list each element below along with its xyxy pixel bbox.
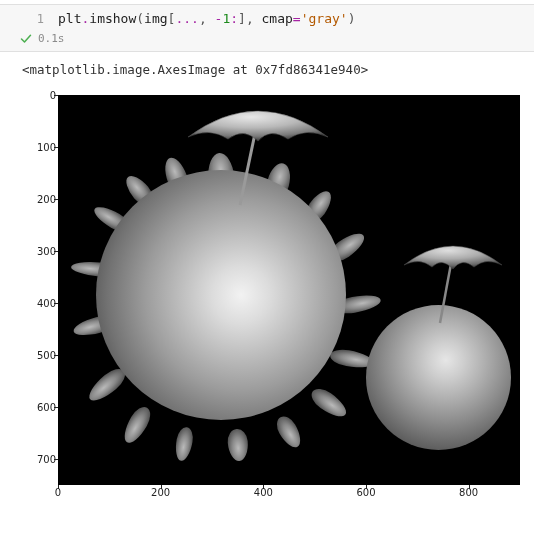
spike xyxy=(227,428,250,462)
x-tick-mark xyxy=(366,485,367,489)
small-sphere xyxy=(366,305,511,450)
umbrella-canopy xyxy=(404,246,502,269)
check-icon xyxy=(20,33,32,45)
status-time: 0.1s xyxy=(38,32,65,45)
line-number: 1 xyxy=(20,12,44,26)
token-colon: : xyxy=(230,11,238,26)
token-close-paren: ) xyxy=(348,11,356,26)
y-tick-mark xyxy=(54,355,58,356)
token-space1 xyxy=(207,11,215,26)
output-repr: <matplotlib.image.AxesImage at 0x7fd8634… xyxy=(0,56,534,79)
token-comma2: , xyxy=(246,11,254,26)
token-cmap: cmap xyxy=(254,11,293,26)
code-row: 1 plt.imshow(img[..., -1:], cmap='gray') xyxy=(0,9,534,32)
x-tick-mark xyxy=(161,485,162,489)
plot-area xyxy=(58,95,520,485)
y-tick-mark xyxy=(54,303,58,304)
figure: 01002003004005006007000200400600800 xyxy=(14,87,519,517)
spike xyxy=(307,384,350,422)
y-tick-mark xyxy=(54,147,58,148)
status-row: 0.1s xyxy=(0,32,534,49)
spike xyxy=(173,426,195,462)
token-ellipsis: ... xyxy=(175,11,198,26)
y-tick-mark xyxy=(54,459,58,460)
y-tick-mark xyxy=(54,251,58,252)
small-umbrella xyxy=(398,235,508,325)
token-equals: = xyxy=(293,11,301,26)
big-sphere xyxy=(96,170,346,420)
big-umbrella xyxy=(178,97,338,207)
y-tick-mark xyxy=(54,199,58,200)
token-gray-str: 'gray' xyxy=(301,11,348,26)
x-tick-mark xyxy=(58,485,59,489)
token-comma1: , xyxy=(199,11,207,26)
code-cell: 1 plt.imshow(img[..., -1:], cmap='gray')… xyxy=(0,4,534,52)
token-close-bracket: ] xyxy=(238,11,246,26)
umbrella-canopy xyxy=(188,111,328,141)
token-plt: plt xyxy=(58,11,81,26)
token-img: img xyxy=(144,11,167,26)
token-open-paren: ( xyxy=(136,11,144,26)
spike xyxy=(273,413,306,451)
code-line[interactable]: plt.imshow(img[..., -1:], cmap='gray') xyxy=(58,11,355,26)
spike xyxy=(119,403,155,447)
y-tick-mark xyxy=(54,95,58,96)
token-imshow: imshow xyxy=(89,11,136,26)
x-tick-mark xyxy=(469,485,470,489)
x-tick-mark xyxy=(263,485,264,489)
y-tick-mark xyxy=(54,407,58,408)
